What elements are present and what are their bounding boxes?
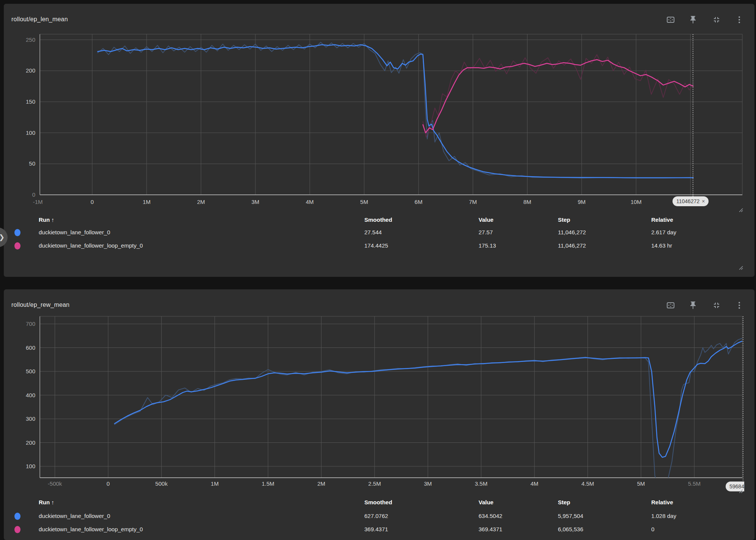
step-column-header[interactable]: Step — [558, 213, 570, 226]
svg-text:100: 100 — [26, 129, 35, 136]
card-resize-handle[interactable] — [738, 265, 744, 271]
badge-close-icon[interactable]: × — [702, 198, 705, 204]
svg-text:400: 400 — [26, 392, 35, 398]
relative-column-header[interactable]: Relative — [651, 213, 673, 226]
step-selector-badge[interactable]: 11046272 × — [673, 196, 709, 206]
svg-text:8M: 8M — [523, 199, 531, 205]
svg-text:200: 200 — [26, 439, 35, 446]
svg-text:100: 100 — [26, 463, 35, 469]
smoothed-column-header[interactable]: Smoothed — [364, 213, 392, 226]
run-name[interactable]: duckietown_lane_follower_loop_empty_0 — [39, 523, 143, 536]
legend-row-run-0[interactable]: duckietown_lane_follower_0 627.0762 634.… — [4, 510, 754, 523]
svg-text:4M: 4M — [531, 480, 539, 487]
run-color-dot — [14, 229, 20, 236]
svg-text:0: 0 — [32, 191, 35, 198]
run-color-dot — [14, 242, 20, 249]
chart-resize-handle[interactable] — [738, 207, 744, 213]
sort-by-run[interactable]: Run↑ — [39, 213, 54, 226]
svg-text:1.5M: 1.5M — [262, 480, 274, 487]
svg-text:3M: 3M — [251, 199, 259, 205]
value: 369.4371 — [479, 523, 502, 536]
chevron-right-icon: ❯ — [0, 233, 5, 242]
value: 27.57 — [479, 226, 493, 239]
svg-text:250: 250 — [26, 36, 35, 43]
svg-text:4M: 4M — [306, 199, 314, 205]
step-value: 11,046,272 — [558, 226, 586, 239]
svg-text:-500k: -500k — [48, 480, 62, 487]
svg-text:1M: 1M — [211, 480, 219, 487]
run-name[interactable]: duckietown_lane_follower_0 — [39, 226, 110, 239]
svg-text:5M: 5M — [637, 480, 645, 487]
svg-text:300: 300 — [26, 415, 35, 422]
legend-header-row: Run↑ Smoothed Value Step Relative — [4, 213, 754, 226]
run-name[interactable]: duckietown_lane_follower_0 — [39, 510, 110, 523]
svg-text:5.5M: 5.5M — [688, 480, 701, 487]
svg-text:2.5M: 2.5M — [368, 480, 381, 487]
run-color-dot — [14, 513, 20, 520]
step-column-header[interactable]: Step — [558, 496, 570, 509]
svg-text:500: 500 — [26, 368, 35, 374]
relative-column-header[interactable]: Relative — [651, 496, 673, 509]
legend-row-run-1[interactable]: duckietown_lane_follower_loop_empty_0 36… — [4, 523, 754, 536]
svg-text:4.5M: 4.5M — [581, 480, 594, 487]
svg-text:0: 0 — [107, 480, 110, 487]
value: 175.13 — [479, 239, 496, 252]
value: 634.5042 — [479, 510, 502, 523]
badge-step-value: 11046272 — [676, 198, 699, 204]
line-chart-ep-rew-mean[interactable]: -500k0500k1M1.5M2M2.5M3M3.5M4M4.5M5M5.5M… — [4, 289, 754, 499]
svg-text:150: 150 — [26, 98, 35, 105]
svg-text:50: 50 — [29, 160, 35, 167]
svg-text:3M: 3M — [424, 480, 432, 487]
svg-text:500k: 500k — [155, 480, 168, 487]
svg-text:700: 700 — [26, 321, 35, 327]
svg-text:9M: 9M — [578, 199, 586, 205]
sort-by-run[interactable]: Run↑ — [39, 496, 54, 509]
run-column-header: Run — [39, 216, 50, 223]
run-column-header: Run — [39, 499, 50, 505]
relative-time: 14.63 hr — [651, 239, 672, 252]
smoothed-value: 627.0762 — [364, 510, 388, 523]
svg-text:10M: 10M — [630, 199, 641, 205]
run-name[interactable]: duckietown_lane_follower_loop_empty_0 — [39, 239, 143, 252]
svg-text:3.5M: 3.5M — [475, 480, 487, 487]
legend-row-run-1[interactable]: duckietown_lane_follower_loop_empty_0 17… — [4, 239, 754, 252]
legend-row-run-0[interactable]: duckietown_lane_follower_0 27.544 27.57 … — [4, 226, 754, 239]
svg-text:-1M: -1M — [33, 199, 43, 205]
svg-text:200: 200 — [26, 67, 35, 74]
svg-text:600: 600 — [26, 344, 35, 351]
relative-time: 2.617 day — [651, 226, 676, 239]
svg-text:1M: 1M — [143, 199, 151, 205]
svg-text:5M: 5M — [360, 199, 368, 205]
relative-time: 0 — [651, 523, 654, 536]
step-value: 6,065,536 — [558, 523, 583, 536]
relative-time: 1.028 day — [651, 510, 676, 523]
svg-text:0: 0 — [91, 199, 94, 205]
sort-ascending-icon: ↑ — [51, 499, 54, 505]
chart-resize-handle[interactable] — [738, 488, 744, 494]
value-column-header[interactable]: Value — [479, 213, 493, 226]
sort-ascending-icon: ↑ — [51, 216, 54, 223]
svg-text:7M: 7M — [469, 199, 477, 205]
svg-text:6M: 6M — [414, 199, 422, 205]
legend-header-row: Run↑ Smoothed Value Step Relative — [4, 496, 754, 509]
smoothed-value: 27.544 — [364, 226, 382, 239]
value-column-header[interactable]: Value — [479, 496, 493, 509]
run-color-dot — [14, 526, 20, 533]
line-chart-ep-len-mean[interactable]: -1M01M2M3M4M5M6M7M8M9M10M050100150200250 — [4, 4, 754, 216]
step-value: 11,046,272 — [558, 239, 586, 252]
step-value: 5,957,504 — [558, 510, 583, 523]
smoothed-value: 174.4425 — [364, 239, 388, 252]
smoothed-column-header[interactable]: Smoothed — [364, 496, 392, 509]
svg-text:2M: 2M — [197, 199, 205, 205]
smoothed-value: 369.4371 — [364, 523, 388, 536]
svg-text:2M: 2M — [317, 480, 325, 487]
scalar-card-ep-len-mean: rollout/ep_len_mean -1M01M2M3M4M5M6M7M8M… — [4, 4, 754, 277]
scalar-card-ep-rew-mean: rollout/ep_rew_mean -500k0500k1M1.5M2M2.… — [4, 289, 754, 540]
